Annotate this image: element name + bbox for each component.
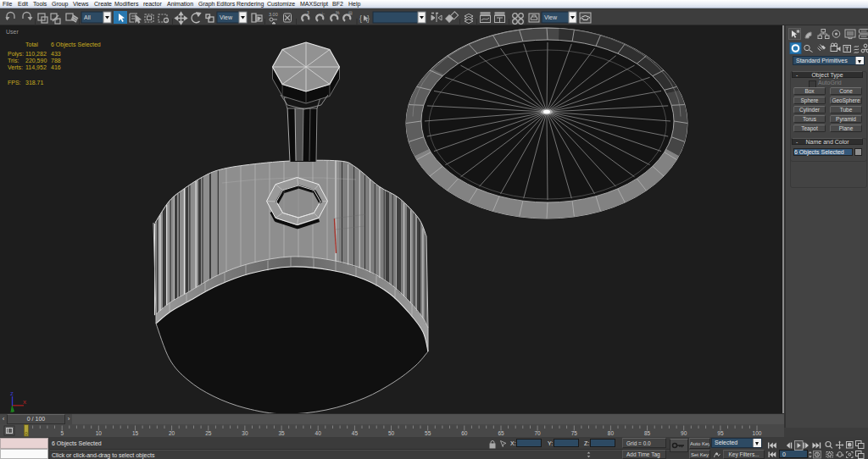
svg-text:All: All: [84, 14, 91, 20]
svg-text:10: 10: [96, 430, 103, 436]
svg-text:View: View: [544, 14, 558, 20]
svg-text:35: 35: [278, 430, 285, 436]
svg-text:3.00: 3.00: [269, 12, 278, 17]
svg-text:20: 20: [169, 430, 175, 436]
svg-text:95: 95: [717, 430, 724, 436]
svg-text:View: View: [220, 14, 233, 20]
svg-text:{: {: [359, 14, 362, 23]
svg-text:∟: ∟: [321, 10, 326, 15]
svg-text:25: 25: [205, 430, 212, 436]
svg-text:50: 50: [388, 430, 395, 436]
svg-text:30: 30: [242, 430, 248, 436]
svg-text:z: z: [10, 390, 14, 397]
svg-text:3: 3: [307, 10, 309, 15]
svg-text:80: 80: [608, 430, 615, 436]
svg-text:%: %: [336, 10, 340, 15]
svg-text:5: 5: [60, 430, 64, 436]
svg-text:45: 45: [352, 430, 359, 436]
svg-text:90: 90: [681, 430, 687, 436]
svg-text:65: 65: [498, 430, 504, 436]
svg-text:60: 60: [461, 430, 468, 436]
svg-text:85: 85: [644, 430, 651, 436]
svg-text:40: 40: [315, 430, 322, 436]
svg-text:15: 15: [132, 430, 139, 436]
svg-text:75: 75: [571, 430, 578, 436]
svg-text:55: 55: [425, 430, 431, 436]
svg-text:100: 100: [753, 430, 762, 436]
svg-text:x: x: [23, 398, 26, 406]
svg-text:▤: ▤: [348, 10, 353, 15]
svg-text:70: 70: [534, 430, 541, 436]
